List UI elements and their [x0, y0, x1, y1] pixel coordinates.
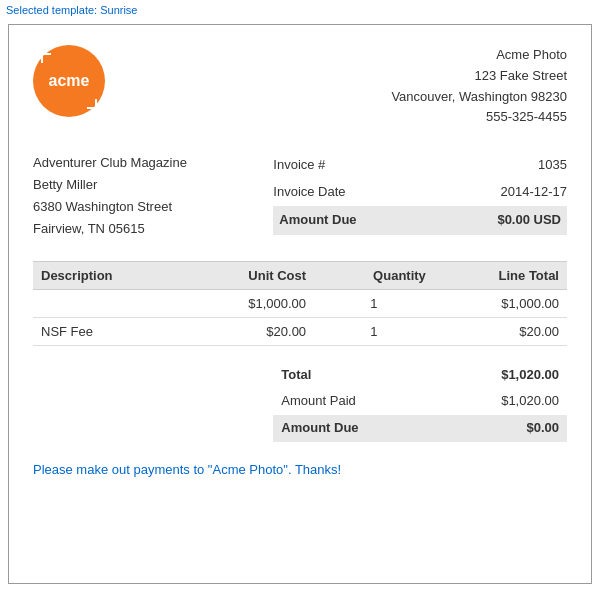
template-name: Sunrise [100, 4, 137, 16]
col-description: Description [33, 261, 185, 289]
col-quantity: Quantity [314, 261, 434, 289]
totals-row-2: Amount Due $0.00 [273, 415, 567, 442]
meta-value-2: $0.00 USD [497, 210, 561, 231]
meta-label-0: Invoice # [273, 155, 373, 176]
logo-circle: acme [33, 45, 105, 117]
table-header-row: Description Unit Cost Quantity Line Tota… [33, 261, 567, 289]
company-address1: 123 Fake Street [391, 66, 567, 87]
col-unit-cost: Unit Cost [185, 261, 314, 289]
row0-unit-cost: $1,000.00 [185, 289, 314, 317]
totals-value-2: $0.00 [526, 418, 559, 439]
totals-row-1: Amount Paid $1,020.00 [273, 388, 567, 415]
invoice-meta-row-0: Invoice # 1035 [273, 152, 567, 179]
table-row: NSF Fee $20.00 1 $20.00 [33, 317, 567, 345]
company-info: Acme Photo 123 Fake Street Vancouver, Wa… [391, 45, 567, 128]
template-label: Selected template: [6, 4, 97, 16]
meta-value-0: 1035 [538, 155, 567, 176]
totals-table: Total $1,020.00 Amount Paid $1,020.00 Am… [273, 362, 567, 442]
row1-unit-cost: $20.00 [185, 317, 314, 345]
totals-label-0: Total [281, 365, 311, 386]
totals-label-2: Amount Due [281, 418, 358, 439]
invoice-meta-row-1: Invoice Date 2014-12-17 [273, 179, 567, 206]
billing-address: Adventurer Club Magazine Betty Miller 63… [33, 152, 187, 240]
company-name: Acme Photo [391, 45, 567, 66]
logo-text: acme [49, 72, 90, 90]
row0-line-total: $1,000.00 [434, 289, 567, 317]
logo-corner-br [87, 99, 97, 109]
company-address2: Vancouver, Washington 98230 [391, 87, 567, 108]
invoice-wrapper: acme Acme Photo 123 Fake Street Vancouve… [8, 24, 592, 584]
row1-line-total: $20.00 [434, 317, 567, 345]
meta-label-2: Amount Due [279, 210, 379, 231]
header-section: acme Acme Photo 123 Fake Street Vancouve… [33, 45, 567, 128]
row1-quantity: 1 [314, 317, 434, 345]
totals-value-0: $1,020.00 [501, 365, 559, 386]
invoice-meta: Invoice # 1035 Invoice Date 2014-12-17 A… [273, 152, 567, 240]
col-line-total: Line Total [434, 261, 567, 289]
billing-invoice-section: Adventurer Club Magazine Betty Miller 63… [33, 152, 567, 240]
logo-corner-tl [41, 53, 51, 63]
billing-contact: Betty Miller [33, 174, 187, 196]
billing-address1: 6380 Washington Street [33, 196, 187, 218]
totals-section: Total $1,020.00 Amount Paid $1,020.00 Am… [33, 362, 567, 442]
row1-description: NSF Fee [33, 317, 185, 345]
meta-value-1: 2014-12-17 [501, 182, 568, 203]
invoice-meta-row-2: Amount Due $0.00 USD [273, 206, 567, 235]
totals-label-1: Amount Paid [281, 391, 355, 412]
selected-template-bar: Selected template: Sunrise [0, 0, 600, 20]
totals-row-0: Total $1,020.00 [273, 362, 567, 389]
company-phone: 555-325-4455 [391, 107, 567, 128]
row0-description [33, 289, 185, 317]
items-table: Description Unit Cost Quantity Line Tota… [33, 261, 567, 346]
billing-company: Adventurer Club Magazine [33, 152, 187, 174]
row0-quantity: 1 [314, 289, 434, 317]
footer-note: Please make out payments to "Acme Photo"… [33, 462, 567, 477]
totals-value-1: $1,020.00 [501, 391, 559, 412]
meta-label-1: Invoice Date [273, 182, 373, 203]
table-row: $1,000.00 1 $1,000.00 [33, 289, 567, 317]
billing-address2: Fairview, TN 05615 [33, 218, 187, 240]
